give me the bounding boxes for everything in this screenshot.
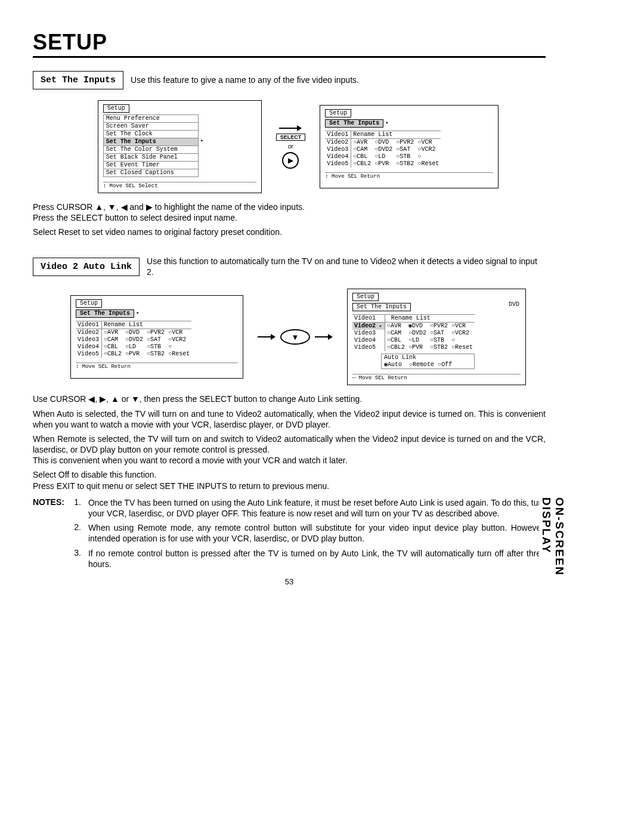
arrow-right-icon xyxy=(258,334,275,340)
menu-item-highlight: Set The Inputs▸ xyxy=(103,138,199,146)
osd-title: Setup xyxy=(352,293,379,301)
title-rule xyxy=(33,56,546,58)
osd-title: Setup xyxy=(325,109,351,117)
feature-box-autolink: Video 2 Auto Link xyxy=(33,258,140,276)
osd-subtitle: Set The Inputs▸ xyxy=(76,309,134,318)
instruction-text: This is convenient when you want to reco… xyxy=(33,455,546,466)
feature-intro-2: Use this function to automatically turn … xyxy=(147,256,546,278)
connector-2: ▼ xyxy=(258,329,333,345)
note-number: 1. xyxy=(73,497,81,519)
notes-block: NOTES: 1.Once the TV has been turned on … xyxy=(33,497,546,569)
diagram-row-1: Setup Menu Preference Screen Saver Set T… xyxy=(51,100,546,193)
play-button-icon: ▶ xyxy=(282,152,299,169)
instruction-text: Press the SELECT button to select desire… xyxy=(33,212,546,223)
menu-item: Menu Preference xyxy=(103,114,199,123)
instruction-text: When Auto is selected, the TV will turn … xyxy=(33,408,546,430)
corner-label: DVD xyxy=(509,302,519,308)
rename-grid: Video1Rename List Video2○AVR○DVD○PVR2○VC… xyxy=(325,131,493,168)
notes-label: NOTES: xyxy=(33,497,64,569)
menu-item: Set Black Side Panel xyxy=(103,154,199,162)
note-number: 2. xyxy=(73,522,81,544)
or-label: or xyxy=(288,143,293,150)
osd-title: Setup xyxy=(76,299,102,308)
arrow-right-icon xyxy=(315,334,333,340)
feature-box-set-inputs: Set The Inputs xyxy=(33,71,123,89)
osd-menu-list: Menu Preference Screen Saver Set The Clo… xyxy=(103,114,256,177)
autolink-panel: Auto Link ◉Auto ○Remote ○Off xyxy=(381,354,475,369)
note-text: When using Remote mode, any remote contr… xyxy=(88,522,546,544)
instruction-text: Select Reset to set video names to origi… xyxy=(33,227,546,237)
arrow-right-icon xyxy=(279,125,302,131)
instruction-text: Press CURSOR ▲, ▼, ◀ and ▶ to highlight … xyxy=(33,202,546,212)
connector-1: SELECT or ▶ xyxy=(276,125,306,169)
osd-set-inputs-after: Setup DVD Set The Inputs Video1Rename Li… xyxy=(347,289,526,385)
autolink-title: Auto Link xyxy=(382,354,474,361)
osd-set-inputs: Setup Set The Inputs▸ Video1Rename List … xyxy=(320,105,499,188)
osd-set-inputs-before: Setup Set The Inputs▸ Video1Rename List … xyxy=(70,295,243,379)
rename-grid: Video1Rename List Video2○AVR○DVD○PVR2○VC… xyxy=(76,321,238,358)
page-title: SETUP xyxy=(33,30,546,55)
diagram-row-2: Setup Set The Inputs▸ Video1Rename List … xyxy=(51,289,546,385)
note-text: If no remote control button is pressed a… xyxy=(88,548,546,569)
osd-footer: ↕ Move SEL Select xyxy=(103,182,256,189)
instruction-text: Use CURSOR ◀, ▶, ▲ or ▼, then press the … xyxy=(33,394,546,404)
instruction-text: Select Off to disable this function. xyxy=(33,469,546,480)
menu-item: Screen Saver xyxy=(103,123,199,131)
page-number: 53 xyxy=(0,577,578,586)
autolink-options: ◉Auto ○Remote ○Off xyxy=(382,361,474,368)
instruction-text: When Remote is selected, the TV will tur… xyxy=(33,433,546,455)
osd-footer: ↕ Move SEL Return xyxy=(76,363,238,370)
note-text: Once the TV has been turned on using the… xyxy=(88,497,546,519)
note-number: 3. xyxy=(73,548,81,569)
osd-footer: ↕ Move SEL Return xyxy=(325,172,493,179)
osd-subtitle: Set The Inputs▸ xyxy=(325,119,383,128)
down-button-icon: ▼ xyxy=(280,329,310,345)
instruction-text: Press EXIT to quit menu or select SET TH… xyxy=(33,481,546,491)
chevron-right-icon: ▸ xyxy=(200,138,203,144)
menu-item: Set Event Timer xyxy=(103,162,199,169)
menu-item: Set The Clock xyxy=(103,131,199,138)
osd-footer: ↔ Move SEL Return xyxy=(352,374,521,381)
osd-setup-menu: Setup Menu Preference Screen Saver Set T… xyxy=(98,100,262,193)
chevron-right-icon: ▸ xyxy=(386,120,389,126)
osd-title: Setup xyxy=(103,104,129,113)
osd-subtitle: Set The Inputs xyxy=(352,303,411,311)
chevron-right-icon: ▸ xyxy=(137,311,140,316)
menu-item: Set The Color System xyxy=(103,146,199,154)
rename-grid: Video1Rename List Video2 ▸○AVR◉DVD○PVR2○… xyxy=(352,314,521,351)
menu-item: Set Closed Captions xyxy=(103,169,199,177)
select-button-icon: SELECT xyxy=(276,134,306,141)
feature-intro-1: Use this feature to give a name to any o… xyxy=(131,75,359,86)
